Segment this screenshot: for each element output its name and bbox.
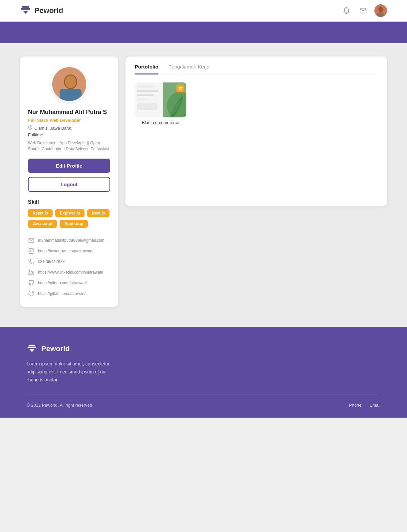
gitlab-icon bbox=[28, 290, 35, 297]
brand-name: Peworld bbox=[35, 6, 63, 15]
peworld-logo-icon bbox=[20, 5, 31, 16]
phone-icon bbox=[28, 258, 35, 265]
linkedin-icon bbox=[28, 269, 35, 276]
svg-rect-10 bbox=[29, 249, 34, 254]
message-icon[interactable] bbox=[358, 5, 368, 16]
profile-employment: Fulltime bbox=[28, 132, 110, 137]
avatar-wrapper bbox=[28, 66, 110, 102]
contact-github: https://github.com/altrawan/ bbox=[28, 280, 110, 286]
contact-gitlab: https://gitlab.com/altrawan/ bbox=[28, 290, 110, 297]
tabs: Portofolio Pengalaman Kerja bbox=[135, 64, 378, 74]
notification-icon[interactable] bbox=[341, 5, 352, 16]
footer-copyright: © 2022 Peworld. All right reserved bbox=[27, 403, 92, 408]
footer-brand-name: Peworld bbox=[41, 344, 70, 353]
footer: Peworld Lorem ipsum dolor sit amet, cons… bbox=[0, 327, 407, 417]
footer-logo-icon bbox=[27, 343, 37, 354]
navbar-brand[interactable]: Peworld bbox=[20, 5, 63, 16]
profile-avatar bbox=[51, 66, 88, 102]
skill-badge: Bootstrap bbox=[60, 220, 88, 228]
footer-description: Lorem ipsum dolor sit amet, consectetur … bbox=[27, 360, 120, 384]
profile-layout: Nur Muhammad Alif Putra S Full Stack Web… bbox=[20, 43, 387, 307]
edit-profile-button[interactable]: Edit Profile bbox=[28, 159, 110, 173]
svg-rect-16 bbox=[29, 345, 36, 346]
skills-section: Skill React.js Express.js Next.js Javasc… bbox=[28, 199, 110, 228]
profile-name: Nur Muhammad Alif Putra S bbox=[28, 108, 110, 116]
profile-bio: Web Developer || App Developer || Open S… bbox=[28, 140, 110, 152]
tab-portofolio[interactable]: Portofolio bbox=[135, 64, 158, 74]
footer-divider bbox=[27, 396, 380, 396]
portfolio-item[interactable]: Blanja e-commerce bbox=[135, 82, 186, 125]
main-content: Nur Muhammad Alif Putra S Full Stack Web… bbox=[0, 43, 407, 327]
footer-link-email[interactable]: Email bbox=[369, 403, 380, 408]
svg-rect-1 bbox=[21, 8, 30, 10]
email-icon bbox=[28, 237, 35, 244]
navbar-icons bbox=[341, 4, 387, 17]
tab-pengalaman-kerja[interactable]: Pengalaman Kerja bbox=[168, 64, 209, 74]
svg-rect-12 bbox=[29, 272, 30, 275]
skills-title: Skill bbox=[28, 199, 110, 205]
footer-link-phone[interactable]: Phone bbox=[349, 403, 362, 408]
profile-location: Ciamis, Jawa Barat bbox=[28, 125, 110, 131]
svg-rect-0 bbox=[22, 6, 29, 8]
footer-links: Phone Email bbox=[349, 403, 380, 408]
location-icon bbox=[28, 125, 33, 131]
portfolio-grid: Blanja e-commerce bbox=[135, 82, 378, 125]
portfolio-thumbnail bbox=[135, 82, 186, 117]
portfolio-card: Portofolio Pengalaman Kerja bbox=[125, 57, 387, 206]
contact-linkedin: https://www.linkedin.com/in/altrawan/ bbox=[28, 269, 110, 276]
svg-point-8 bbox=[65, 75, 76, 88]
github-icon bbox=[28, 280, 35, 286]
logout-button[interactable]: Logout bbox=[28, 177, 110, 192]
portfolio-label: Blanja e-commerce bbox=[135, 120, 186, 125]
profile-title: Full Stack Web Developer bbox=[28, 118, 110, 123]
svg-point-13 bbox=[29, 270, 30, 271]
skill-badge: Next.js bbox=[87, 209, 109, 217]
skill-badge: Javascript bbox=[28, 220, 57, 228]
contact-instagram: https://instagram.com/altrawan/ bbox=[28, 248, 110, 254]
user-avatar[interactable] bbox=[374, 4, 387, 17]
svg-point-9 bbox=[30, 127, 31, 128]
footer-brand: Peworld bbox=[27, 343, 380, 354]
instagram-icon bbox=[28, 248, 35, 254]
svg-rect-17 bbox=[28, 347, 36, 348]
skill-badge: React.js bbox=[28, 209, 53, 217]
contact-phone: 081265417823 bbox=[28, 258, 110, 265]
svg-rect-7 bbox=[60, 89, 82, 102]
skills-list: React.js Express.js Next.js Javascript B… bbox=[28, 209, 110, 228]
skill-badge: Express.js bbox=[55, 209, 85, 217]
footer-bottom: © 2022 Peworld. All right reserved Phone… bbox=[27, 403, 380, 408]
delete-badge[interactable] bbox=[176, 84, 184, 92]
navbar: Peworld bbox=[0, 0, 407, 22]
svg-point-3 bbox=[378, 7, 383, 12]
contact-email: muhammadalifputra8888@gmail.com bbox=[28, 237, 110, 244]
contact-section: muhammadalifputra8888@gmail.com https://… bbox=[28, 237, 110, 297]
profile-card: Nur Muhammad Alif Putra S Full Stack Web… bbox=[20, 57, 118, 307]
